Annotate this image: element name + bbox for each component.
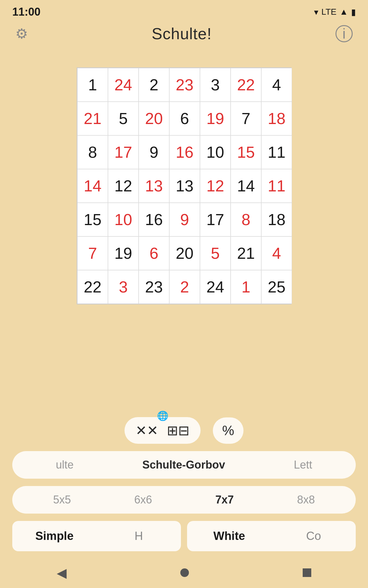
grid-cell-9[interactable]: 20 <box>139 102 169 135</box>
color-selector[interactable]: White Co <box>187 521 356 551</box>
recent-button[interactable] <box>303 568 311 577</box>
status-bar: 11:00 ▾ LTE ▲ ▮ <box>0 0 368 18</box>
grid-cell-1[interactable]: 24 <box>108 68 139 102</box>
globe-icon: 🌐 <box>157 410 168 421</box>
percent-icon: % <box>222 423 234 438</box>
nav-bar: ◀ <box>0 557 368 588</box>
wifi-icon: ▾ <box>314 7 318 17</box>
grid-cell-27[interactable]: 11 <box>261 169 292 203</box>
mode-letters[interactable]: Lett <box>285 455 321 474</box>
grid-cell-18[interactable]: 10 <box>200 135 231 169</box>
percent-group[interactable]: % <box>213 417 243 444</box>
lte-label: LTE <box>321 7 336 17</box>
grid-cell-19[interactable]: 15 <box>231 135 261 169</box>
mode-selector[interactable]: ulte Schulte-Gorbov Lett <box>12 451 356 479</box>
grid-cell-34[interactable]: 18 <box>261 203 292 236</box>
grid-cell-17[interactable]: 16 <box>169 135 200 169</box>
grid-cell-44[interactable]: 23 <box>139 270 169 304</box>
grid-cell-42[interactable]: 22 <box>77 270 108 304</box>
grid-cell-10[interactable]: 6 <box>169 102 200 135</box>
grid-cell-48[interactable]: 25 <box>261 270 292 304</box>
home-button[interactable] <box>180 568 189 577</box>
grid-cell-14[interactable]: 8 <box>77 135 108 169</box>
mode-schulte[interactable]: ulte <box>47 455 83 474</box>
grid-cell-39[interactable]: 5 <box>200 236 231 270</box>
size-8x8[interactable]: 8x8 <box>288 490 324 509</box>
grid-cell-36[interactable]: 19 <box>108 236 139 270</box>
grid-cell-25[interactable]: 12 <box>200 169 231 203</box>
grid-cell-47[interactable]: 1 <box>231 270 261 304</box>
size-6x6[interactable]: 6x6 <box>125 490 161 509</box>
info-icon[interactable]: i <box>335 25 353 42</box>
grid-cell-2[interactable]: 2 <box>139 68 169 102</box>
grid-cell-20[interactable]: 11 <box>261 135 292 169</box>
grid-cell-5[interactable]: 22 <box>231 68 261 102</box>
grid-cell-6[interactable]: 4 <box>261 68 292 102</box>
grid-cell-32[interactable]: 17 <box>200 203 231 236</box>
grid-cell-13[interactable]: 18 <box>261 102 292 135</box>
grid-cell-16[interactable]: 9 <box>139 135 169 169</box>
grid-cell-37[interactable]: 6 <box>139 236 169 270</box>
app-title: Schulte! <box>152 24 212 43</box>
grid-cell-31[interactable]: 9 <box>169 203 200 236</box>
grid-cell-41[interactable]: 4 <box>261 236 292 270</box>
color-white[interactable]: White <box>187 521 271 551</box>
icon-row: 🌐 ✕✕ ⊞⊟ % <box>12 417 356 444</box>
grid-cell-21[interactable]: 14 <box>77 169 108 203</box>
grid-cell-23[interactable]: 13 <box>139 169 169 203</box>
size-selector[interactable]: 5x5 6x6 7x7 8x8 <box>12 486 356 514</box>
grid-cell-40[interactable]: 21 <box>231 236 261 270</box>
grid-cell-22[interactable]: 12 <box>108 169 139 203</box>
info-label: i <box>343 25 346 42</box>
color-co[interactable]: Co <box>271 521 356 551</box>
bottom-section: 🌐 ✕✕ ⊞⊟ % ulte Schulte-Gorbov Lett 5x5 6… <box>0 417 368 551</box>
schulte-grid: 1242233224215206197188179161015111412131… <box>77 67 291 304</box>
style-selector[interactable]: Simple H <box>12 521 181 551</box>
grid-cell-46[interactable]: 24 <box>200 270 231 304</box>
grid-cell-45[interactable]: 2 <box>169 270 200 304</box>
grid-cell-7[interactable]: 21 <box>77 102 108 135</box>
top-bar: ⚙ Schulte! i <box>0 18 368 49</box>
grid-cell-38[interactable]: 20 <box>169 236 200 270</box>
grid-cell-33[interactable]: 8 <box>231 203 261 236</box>
icon-group-left: 🌐 ✕✕ ⊞⊟ <box>125 417 201 444</box>
grid-cell-26[interactable]: 14 <box>231 169 261 203</box>
battery-icon: ▮ <box>351 7 356 17</box>
grid-cell-11[interactable]: 19 <box>200 102 231 135</box>
mode-gorbov[interactable]: Schulte-Gorbov <box>133 455 234 474</box>
size-7x7[interactable]: 7x7 <box>206 490 243 509</box>
size-5x5[interactable]: 5x5 <box>44 490 80 509</box>
status-time: 11:00 <box>12 6 40 18</box>
grid-cell-29[interactable]: 10 <box>108 203 139 236</box>
grid-cell-8[interactable]: 5 <box>108 102 139 135</box>
grid-cell-35[interactable]: 7 <box>77 236 108 270</box>
style-other[interactable]: H <box>97 521 181 551</box>
grid-cell-24[interactable]: 13 <box>169 169 200 203</box>
grid-cell-0[interactable]: 1 <box>77 68 108 102</box>
gear-icon[interactable]: ⚙ <box>15 25 28 42</box>
qr-icon[interactable]: ⊞⊟ <box>167 423 190 438</box>
grid-cell-4[interactable]: 3 <box>200 68 231 102</box>
status-icons: ▾ LTE ▲ ▮ <box>314 7 356 17</box>
style-simple[interactable]: Simple <box>12 521 97 551</box>
grid-cell-28[interactable]: 15 <box>77 203 108 236</box>
back-button[interactable]: ◀ <box>57 565 67 580</box>
grid-container: 1242233224215206197188179161015111412131… <box>0 67 368 304</box>
grid-cell-30[interactable]: 16 <box>139 203 169 236</box>
grid-cell-43[interactable]: 3 <box>108 270 139 304</box>
grid-cell-3[interactable]: 23 <box>169 68 200 102</box>
signal-icon: ▲ <box>339 7 348 17</box>
grid-cell-12[interactable]: 7 <box>231 102 261 135</box>
crossed-icon[interactable]: ✕✕ <box>136 423 158 438</box>
bottom-options: Simple H White Co <box>12 521 356 551</box>
grid-cell-15[interactable]: 17 <box>108 135 139 169</box>
